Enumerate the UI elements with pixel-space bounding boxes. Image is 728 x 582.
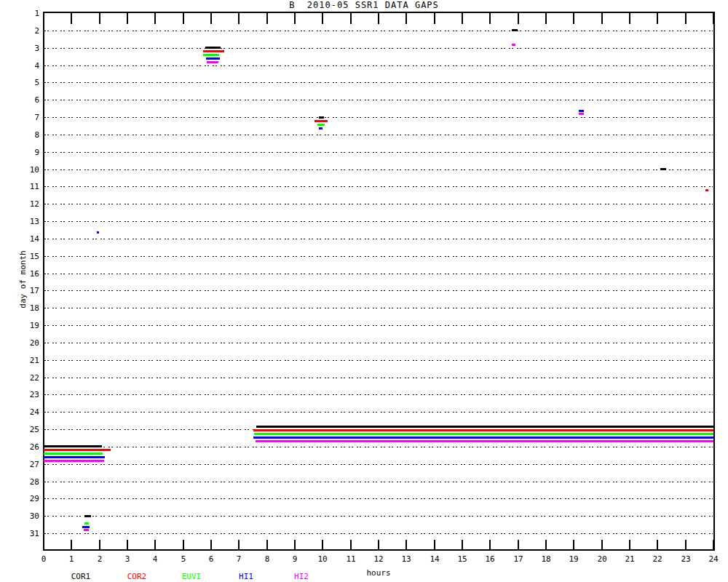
grid-line-day-23 [44,394,713,395]
y-tick-label-7: 7 [13,113,39,122]
legend-item-cor2: COR2 [127,572,147,581]
y-tick-label-23: 23 [13,391,39,399]
gap-segment-hi1-day3 [206,57,220,60]
grid-line-day-2 [44,31,713,31]
x-tick-top-1 [71,13,72,24]
x-tick-bottom-13 [405,540,407,549]
y-tick-label-15: 15 [13,252,39,261]
x-tick-label-20: 20 [587,555,617,564]
x-tick-top-21 [629,13,630,24]
y-tick-label-10: 10 [13,166,39,175]
x-tick-bottom-12 [378,540,379,549]
x-tick-bottom-11 [350,540,352,549]
grid-line-day-29 [44,498,713,499]
x-tick-label-11: 11 [336,555,365,564]
x-tick-bottom-17 [518,540,519,549]
x-tick-top-19 [573,13,574,24]
x-tick-bottom-19 [573,540,574,549]
x-axis-title: hours [0,568,728,578]
gap-segment-cor1-day7 [319,116,324,119]
legend-item-cor1: COR1 [71,572,91,581]
y-tick-label-21: 21 [13,356,39,365]
y-tick-label-20: 20 [13,339,39,348]
grid-line-day-27 [44,464,713,465]
x-tick-top-16 [489,13,491,24]
y-tick-label-5: 5 [13,79,39,87]
gap-segment-cor2-day26 [44,449,111,451]
x-tick-bottom-6 [210,540,212,549]
y-tick-label-29: 29 [13,495,39,503]
grid-line-day-13 [44,221,713,222]
y-tick-label-3: 3 [13,44,39,53]
x-tick-label-21: 21 [615,555,644,564]
gap-segment-hi2-day3 [207,61,218,63]
x-tick-top-11 [350,13,352,24]
x-tick-label-24: 24 [699,555,728,564]
gap-segment-hi1-day13 [97,231,99,234]
y-tick-label-25: 25 [13,426,39,434]
x-tick-top-4 [154,13,156,24]
x-tick-top-14 [434,13,435,24]
gap-segment-cor1-day10 [660,168,666,170]
x-tick-bottom-2 [99,540,100,549]
x-tick-label-17: 17 [504,555,533,564]
x-tick-top-13 [405,13,407,24]
gap-segment-hi1-day6 [579,110,584,112]
gap-segment-cor1-day30 [84,515,91,517]
gap-segment-cor1-day25 [256,426,713,428]
x-tick-top-20 [601,13,603,24]
y-tick-label-13: 13 [13,218,39,226]
x-tick-top-3 [127,13,128,24]
x-tick-top-22 [657,13,658,24]
x-tick-bottom-24 [713,540,714,549]
gap-segment-hi2-day30 [84,529,89,531]
gap-segment-euvi-day7 [317,124,325,126]
grid-line-day-19 [44,325,713,326]
gap-segment-hi2-day26 [44,460,104,462]
legend-item-hi2: HI2 [294,572,309,581]
gap-segment-euvi-day3 [203,54,219,56]
x-tick-bottom-1 [71,540,72,549]
x-tick-label-15: 15 [448,555,477,564]
x-tick-label-19: 19 [559,555,588,564]
x-tick-bottom-8 [266,540,268,549]
gap-segment-cor1-day3 [205,47,221,49]
legend-item-hi1: HI1 [239,572,253,581]
x-tick-label-10: 10 [308,555,337,564]
x-tick-bottom-23 [685,540,687,549]
axis-frame-bottom [43,549,715,551]
y-tick-label-22: 22 [13,374,39,383]
y-tick-label-6: 6 [13,96,39,105]
legend-item-euvi: EUVI [182,572,202,581]
chart-title: B 2010-05 SSR1 DATA GAPS [0,0,728,10]
grid-line-day-5 [44,82,713,83]
y-tick-label-4: 4 [13,62,39,71]
grid-line-day-22 [44,378,713,378]
x-tick-bottom-20 [601,540,603,549]
x-tick-top-17 [518,13,519,24]
gap-segment-hi1-day7 [319,127,323,129]
y-tick-label-26: 26 [13,443,39,452]
grid-line-day-17 [44,290,713,291]
y-tick-label-14: 14 [13,235,39,244]
gap-segment-hi2-day25 [256,440,713,442]
x-tick-top-23 [685,13,687,24]
grid-line-day-18 [44,308,713,308]
x-tick-bottom-3 [127,540,128,549]
y-tick-label-30: 30 [13,512,39,521]
axis-frame-right [713,12,715,551]
gap-segment-euvi-day30 [84,522,89,525]
x-tick-top-24 [713,13,714,24]
x-tick-top-15 [462,13,463,24]
gap-segment-euvi-day26 [44,453,103,455]
grid-line-day-14 [44,239,713,239]
x-tick-label-8: 8 [253,555,282,564]
grid-line-day-28 [44,482,713,482]
x-tick-bottom-14 [434,540,435,549]
grid-line-day-10 [44,170,713,170]
grid-line-day-6 [44,100,713,100]
x-tick-label-18: 18 [531,555,561,564]
y-tick-label-24: 24 [13,408,39,417]
y-tick-label-28: 28 [13,478,39,487]
y-tick-label-1: 1 [13,9,39,18]
